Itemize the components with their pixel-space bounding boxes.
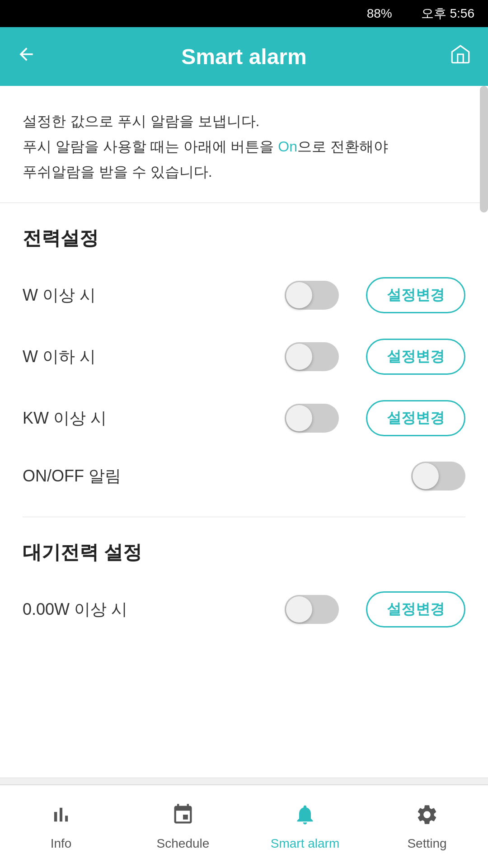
w-under-label: W 이하 시 bbox=[23, 346, 285, 368]
time-text: 오후 5:56 bbox=[421, 5, 474, 22]
on-off-alarm-toggle-knob bbox=[413, 463, 439, 489]
w-over-toggle-knob bbox=[286, 282, 312, 308]
schedule-icon bbox=[171, 803, 195, 832]
scroll-indicator bbox=[480, 86, 488, 212]
standby-settings-section: 대기전력 설정 0.00W 이상 시 설정변경 bbox=[0, 517, 488, 654]
page-title: Smart alarm bbox=[181, 44, 306, 69]
kw-over-toggle-knob bbox=[286, 405, 312, 431]
description-section: 설정한 값으로 푸시 알람을 보냅니다. 푸시 알람을 사용할 때는 아래에 버… bbox=[0, 86, 488, 203]
tab-smart-alarm[interactable]: Smart alarm bbox=[244, 803, 366, 851]
power-settings-section: 전력설정 W 이상 시 설정변경 W 이하 시 설정변경 KW 이상 시 설정변… bbox=[0, 203, 488, 517]
w-under-toggle-knob bbox=[286, 344, 312, 370]
header: Smart alarm bbox=[0, 27, 488, 86]
tab-setting[interactable]: Setting bbox=[366, 803, 488, 851]
w-over-row: W 이상 시 설정변경 bbox=[23, 264, 465, 326]
standby-over-row: 0.00W 이상 시 설정변경 bbox=[23, 579, 465, 640]
back-button[interactable] bbox=[16, 44, 36, 69]
w-over-toggle[interactable] bbox=[285, 281, 339, 310]
tab-smart-alarm-label: Smart alarm bbox=[271, 836, 339, 851]
battery-text: 88% bbox=[367, 6, 392, 21]
w-under-toggle[interactable] bbox=[285, 342, 339, 371]
smart-alarm-icon bbox=[293, 803, 317, 832]
on-off-alarm-toggle[interactable] bbox=[411, 462, 465, 491]
tab-info-label: Info bbox=[51, 836, 72, 851]
standby-over-label: 0.00W 이상 시 bbox=[23, 599, 285, 621]
kw-over-change-button[interactable]: 설정변경 bbox=[366, 400, 465, 436]
bottom-tab-bar: Info Schedule Smart alarm Setting bbox=[0, 784, 488, 868]
setting-icon bbox=[415, 803, 439, 832]
on-off-alarm-label: ON/OFF 알림 bbox=[23, 465, 411, 487]
w-over-label: W 이상 시 bbox=[23, 284, 285, 307]
kw-over-label: KW 이상 시 bbox=[23, 407, 285, 429]
description-text: 설정한 값으로 푸시 알람을 보냅니다. 푸시 알람을 사용할 때는 아래에 버… bbox=[23, 108, 465, 184]
status-icons: 88% 오후 5:56 bbox=[305, 5, 474, 22]
info-icon bbox=[49, 803, 73, 832]
tab-schedule-label: Schedule bbox=[157, 836, 210, 851]
standby-over-change-button[interactable]: 설정변경 bbox=[366, 591, 465, 627]
w-over-change-button[interactable]: 설정변경 bbox=[366, 277, 465, 313]
w-under-change-button[interactable]: 설정변경 bbox=[366, 339, 465, 375]
home-button[interactable] bbox=[449, 43, 472, 70]
standby-settings-title: 대기전력 설정 bbox=[23, 540, 465, 565]
on-off-alarm-row: ON/OFF 알림 bbox=[23, 449, 465, 503]
status-photo-icon bbox=[9, 5, 25, 23]
kw-over-row: KW 이상 시 설정변경 bbox=[23, 387, 465, 449]
tab-schedule[interactable]: Schedule bbox=[122, 803, 244, 851]
standby-over-toggle-knob bbox=[286, 596, 312, 623]
power-settings-title: 전력설정 bbox=[23, 226, 465, 251]
status-bar: 88% 오후 5:56 bbox=[0, 0, 488, 27]
tab-setting-label: Setting bbox=[407, 836, 446, 851]
tab-info[interactable]: Info bbox=[0, 803, 122, 851]
w-under-row: W 이하 시 설정변경 bbox=[23, 326, 465, 387]
standby-over-toggle[interactable] bbox=[285, 595, 339, 624]
kw-over-toggle[interactable] bbox=[285, 404, 339, 433]
